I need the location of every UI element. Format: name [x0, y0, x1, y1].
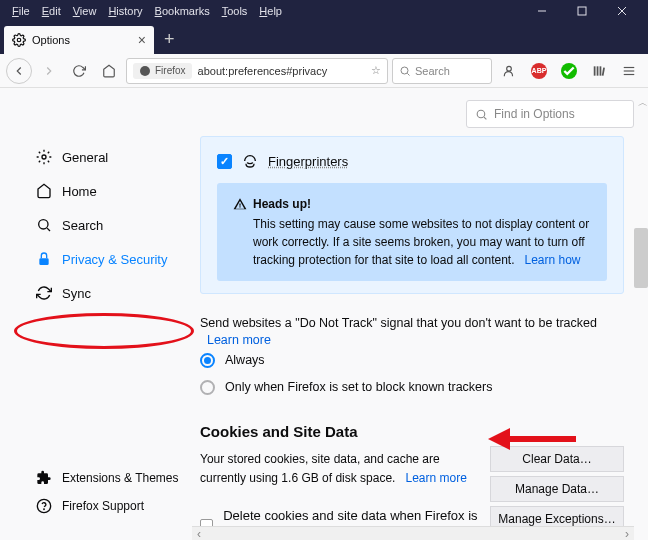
svg-point-23: [44, 509, 45, 510]
learn-how-link[interactable]: Learn how: [525, 253, 581, 267]
identity-box[interactable]: Firefox: [133, 63, 192, 79]
account-icon[interactable]: [496, 58, 522, 84]
sidebar-item-label: Privacy & Security: [62, 252, 167, 267]
sidebar-item-search[interactable]: Search: [28, 208, 182, 242]
menu-button[interactable]: [616, 58, 642, 84]
svg-rect-11: [600, 66, 602, 75]
menu-bookmarks[interactable]: Bookmarks: [149, 3, 216, 19]
tab-options[interactable]: Options ×: [4, 26, 154, 54]
sidebar-item-general[interactable]: General: [28, 140, 182, 174]
sidebar-item-sync[interactable]: Sync: [28, 276, 182, 310]
manage-data-button[interactable]: Manage Data…: [490, 476, 624, 502]
tab-close-button[interactable]: ×: [138, 32, 146, 48]
abp-icon[interactable]: ABP: [526, 58, 552, 84]
menu-tools[interactable]: Tools: [216, 3, 254, 19]
cookies-description: Your stored cookies, site data, and cach…: [200, 452, 440, 485]
sidebar-item-label: Firefox Support: [62, 499, 144, 513]
checkmark-icon[interactable]: [556, 58, 582, 84]
sidebar-item-support[interactable]: Firefox Support: [28, 492, 187, 520]
content-area: ︿ Find in Options General Home Search Pr…: [0, 88, 648, 540]
back-button[interactable]: [6, 58, 32, 84]
dnt-description: Send websites a "Do Not Track" signal th…: [200, 316, 597, 330]
gear-icon: [12, 33, 26, 47]
dnt-onlywhen-row[interactable]: Only when Firefox is set to block known …: [200, 374, 624, 401]
firefox-icon: [139, 65, 151, 77]
menu-history[interactable]: History: [102, 3, 148, 19]
svg-rect-21: [39, 258, 48, 265]
search-icon: [36, 217, 52, 233]
search-placeholder: Search: [415, 65, 450, 77]
svg-point-18: [42, 155, 46, 159]
search-bar[interactable]: Search: [392, 58, 492, 84]
sync-icon: [36, 285, 52, 301]
radio-always[interactable]: [200, 353, 215, 368]
home-button[interactable]: [96, 58, 122, 84]
gear-icon: [36, 149, 52, 165]
window-maximize-button[interactable]: [562, 0, 602, 22]
horizontal-scrollbar[interactable]: ‹›: [192, 526, 634, 540]
menu-bar: File Edit View History Bookmarks Tools H…: [0, 0, 648, 22]
heads-up-title: Heads up!: [253, 195, 311, 213]
sidebar-item-label: Extensions & Themes: [62, 471, 179, 485]
warning-icon: [233, 197, 247, 211]
window-minimize-button[interactable]: [522, 0, 562, 22]
tab-strip: Options × +: [0, 22, 648, 54]
question-icon: [36, 498, 52, 514]
dnt-always-row[interactable]: Always: [200, 347, 624, 374]
sidebar-item-label: Sync: [62, 286, 91, 301]
reload-button[interactable]: [66, 58, 92, 84]
menu-help[interactable]: Help: [253, 3, 288, 19]
svg-rect-1: [578, 7, 586, 15]
radio-always-label: Always: [225, 353, 265, 367]
menu-file[interactable]: File: [6, 3, 36, 19]
puzzle-icon: [36, 470, 52, 486]
svg-rect-10: [597, 66, 599, 75]
dnt-section: Send websites a "Do Not Track" signal th…: [200, 314, 624, 401]
home-icon: [36, 183, 52, 199]
svg-point-6: [401, 67, 408, 74]
svg-point-5: [140, 66, 150, 76]
svg-rect-12: [602, 67, 605, 75]
radio-only-when-label: Only when Firefox is set to block known …: [225, 380, 492, 394]
search-icon: [399, 65, 411, 77]
nav-toolbar: Firefox about:preferences#privacy ☆ Sear…: [0, 54, 648, 88]
svg-point-4: [17, 38, 21, 42]
main-panel: Fingerprinters Heads up! This setting ma…: [192, 88, 648, 540]
fingerprinters-label: Fingerprinters: [268, 154, 348, 169]
fingerprint-icon: [242, 153, 258, 169]
new-tab-button[interactable]: +: [154, 25, 185, 54]
tab-label: Options: [32, 34, 70, 46]
forward-button[interactable]: [36, 58, 62, 84]
fingerprinters-row[interactable]: Fingerprinters: [217, 149, 607, 173]
sidebar-item-extensions[interactable]: Extensions & Themes: [28, 464, 187, 492]
library-icon[interactable]: [586, 58, 612, 84]
cookies-section-title: Cookies and Site Data: [200, 423, 624, 440]
tracking-protection-panel: Fingerprinters Heads up! This setting ma…: [200, 136, 624, 294]
options-sidebar: General Home Search Privacy & Security S…: [0, 88, 192, 540]
window-close-button[interactable]: [602, 0, 642, 22]
url-text: about:preferences#privacy: [198, 65, 365, 77]
sidebar-item-label: Search: [62, 218, 103, 233]
svg-rect-9: [594, 66, 596, 75]
menu-edit[interactable]: Edit: [36, 3, 67, 19]
url-bar[interactable]: Firefox about:preferences#privacy ☆: [126, 58, 388, 84]
clear-data-button[interactable]: Clear Data…: [490, 446, 624, 472]
sidebar-item-privacy-security[interactable]: Privacy & Security: [28, 242, 182, 276]
svg-line-20: [47, 228, 50, 231]
bookmark-star-icon[interactable]: ☆: [371, 64, 381, 77]
lock-icon: [36, 251, 52, 267]
svg-line-7: [407, 73, 409, 75]
svg-point-19: [39, 220, 48, 229]
menu-view[interactable]: View: [67, 3, 103, 19]
radio-only-when[interactable]: [200, 380, 215, 395]
fingerprinters-checkbox[interactable]: [217, 154, 232, 169]
dnt-learn-more-link[interactable]: Learn more: [207, 333, 271, 347]
svg-point-8: [507, 66, 512, 71]
sidebar-item-home[interactable]: Home: [28, 174, 182, 208]
heads-up-infobox: Heads up! This setting may cause some we…: [217, 183, 607, 281]
sidebar-item-label: Home: [62, 184, 97, 199]
sidebar-item-label: General: [62, 150, 108, 165]
cookies-learn-more-link[interactable]: Learn more: [405, 471, 466, 485]
